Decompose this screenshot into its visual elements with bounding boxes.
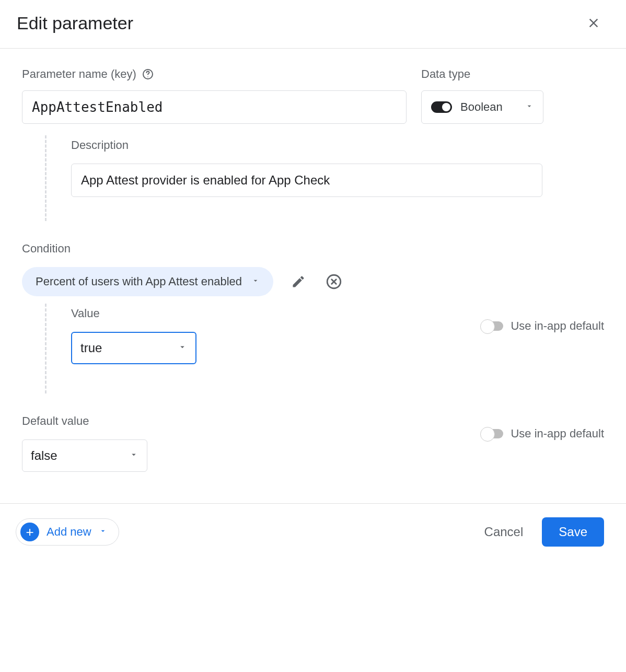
condition-chip[interactable]: Percent of users with App Attest enabled bbox=[22, 267, 273, 296]
chevron-down-icon bbox=[129, 450, 138, 461]
condition-section: Condition Percent of users with App Atte… bbox=[22, 242, 604, 393]
add-new-label: Add new bbox=[47, 525, 91, 539]
chevron-down-icon bbox=[525, 102, 534, 112]
save-button[interactable]: Save bbox=[542, 517, 604, 547]
cancel-button[interactable]: Cancel bbox=[484, 525, 524, 539]
param-name-block: Parameter name (key) bbox=[22, 67, 407, 124]
default-value-label: Default value bbox=[22, 414, 147, 428]
data-type-value: Boolean bbox=[460, 100, 503, 114]
data-type-label: Data type bbox=[421, 67, 470, 81]
condition-label: Condition bbox=[22, 242, 604, 256]
description-label: Description bbox=[71, 138, 604, 152]
default-use-in-app-default-toggle[interactable] bbox=[481, 429, 503, 438]
chevron-down-icon bbox=[251, 276, 260, 287]
condition-use-in-app-default-label: Use in-app default bbox=[511, 319, 604, 333]
param-name-label: Parameter name (key) bbox=[22, 67, 136, 81]
dialog-header: Edit parameter bbox=[0, 0, 626, 49]
chevron-down-icon bbox=[178, 342, 187, 354]
param-name-input[interactable] bbox=[22, 90, 407, 124]
close-circle-icon bbox=[325, 273, 343, 291]
edit-condition-button[interactable] bbox=[288, 271, 309, 292]
edit-parameter-dialog: Edit parameter Parameter name (key) Data… bbox=[0, 0, 626, 560]
close-button[interactable] bbox=[583, 13, 604, 33]
add-new-button[interactable]: + Add new bbox=[16, 518, 119, 546]
data-type-block: Data type Boolean bbox=[421, 67, 543, 124]
condition-use-in-app-default-toggle[interactable] bbox=[481, 321, 503, 331]
default-use-in-app-default-label: Use in-app default bbox=[511, 427, 604, 441]
svg-point-1 bbox=[147, 76, 148, 77]
boolean-type-icon bbox=[431, 101, 452, 113]
close-icon bbox=[586, 16, 601, 30]
default-value-select[interactable]: false bbox=[22, 439, 147, 472]
dialog-footer: + Add new Cancel Save bbox=[0, 503, 626, 560]
default-value-text: false bbox=[31, 448, 57, 463]
chevron-down-icon bbox=[99, 527, 107, 537]
condition-value-block: Value true Use in-app default bbox=[45, 307, 604, 393]
condition-value-select[interactable]: true bbox=[71, 332, 196, 364]
condition-chip-label: Percent of users with App Attest enabled bbox=[36, 275, 242, 288]
help-icon[interactable] bbox=[142, 68, 154, 80]
data-type-select[interactable]: Boolean bbox=[421, 90, 543, 124]
dialog-title: Edit parameter bbox=[17, 13, 133, 33]
dialog-body: Parameter name (key) Data type Boolean bbox=[0, 49, 626, 503]
default-section: Default value false Use in-app default bbox=[22, 414, 604, 472]
condition-value-text: true bbox=[80, 341, 102, 355]
remove-condition-button[interactable] bbox=[323, 271, 344, 292]
row-name-type: Parameter name (key) Data type Boolean bbox=[22, 67, 604, 124]
description-input[interactable] bbox=[71, 164, 542, 197]
plus-icon: + bbox=[20, 523, 39, 541]
pencil-icon bbox=[291, 274, 306, 289]
value-label: Value bbox=[71, 307, 196, 320]
description-block: Description bbox=[45, 138, 604, 221]
